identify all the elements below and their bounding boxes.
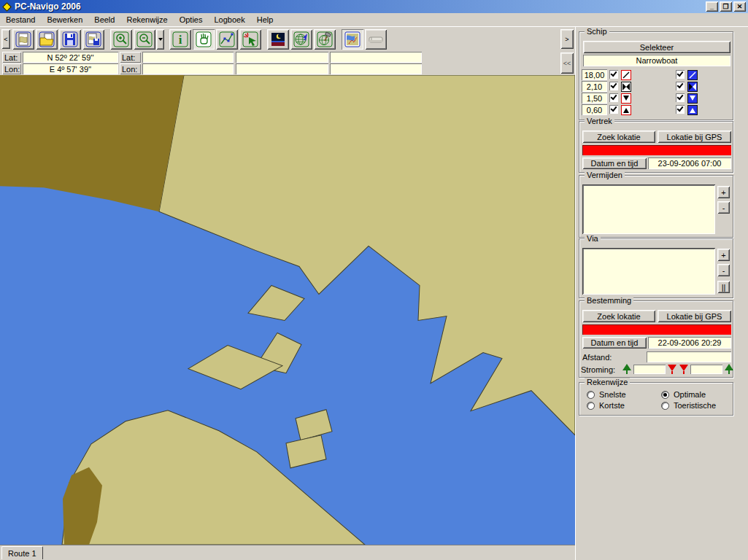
radio-optimale[interactable]	[661, 391, 669, 399]
route-panel: Schip Selekteer Narrowboat 18,00 2,10 1,…	[575, 27, 748, 560]
ship-draught-value[interactable]: 0,60	[582, 104, 607, 115]
overview-map-button[interactable]	[342, 29, 363, 50]
globe-pointer-button[interactable]	[290, 29, 312, 50]
bestemming-datetime-field[interactable]: 22-09-2006 20:29	[648, 337, 731, 349]
new-map-button[interactable]	[12, 29, 34, 50]
length-icon	[621, 70, 631, 80]
bestemming-location-field[interactable]	[582, 324, 731, 335]
open-file-button[interactable]	[36, 29, 58, 50]
bestemming-gps-button[interactable]: Lokatie bij GPS	[658, 310, 731, 322]
menu-beeld[interactable]: Beeld	[88, 14, 120, 26]
tab-route-1[interactable]: Route 1	[1, 546, 43, 559]
beam-icon-blue	[687, 82, 698, 92]
radio-kortste-label[interactable]: Kortste	[599, 401, 625, 411]
radio-optimale-label[interactable]: Optimale	[674, 390, 706, 400]
lon-field-4[interactable]	[330, 63, 422, 74]
globe-tools-button[interactable]	[314, 29, 336, 50]
stroming-field-2	[690, 365, 722, 374]
ship-clearance-checkbox-right[interactable]	[676, 93, 685, 102]
zoom-dropdown-button[interactable]	[156, 29, 164, 50]
vermijden-add-button[interactable]: +	[717, 186, 730, 198]
save-document-icon	[85, 31, 101, 47]
open-folder-icon	[39, 31, 55, 47]
close-button[interactable]: ✕	[733, 1, 746, 12]
minimize-button[interactable]: _	[706, 1, 718, 12]
ship-draught-checkbox-left[interactable]	[609, 105, 618, 114]
menu-opties[interactable]: Opties	[174, 14, 209, 26]
svg-text:i: i	[179, 33, 182, 47]
via-add-button[interactable]: +	[717, 249, 730, 261]
day-night-button[interactable]	[267, 29, 289, 50]
vermijden-remove-button[interactable]: -	[717, 201, 730, 214]
draught-up-icon	[621, 105, 631, 115]
toolbar-scroll-right-button[interactable]: >	[560, 29, 574, 49]
bestemming-zoek-lokatie-button[interactable]: Zoek lokatie	[582, 310, 655, 322]
stroming-field-1	[633, 365, 666, 374]
current-up-arrow-icon	[622, 363, 632, 375]
radio-toeristische-label[interactable]: Toeristische	[674, 401, 716, 411]
restore-button[interactable]: ❐	[720, 1, 732, 12]
via-reorder-button[interactable]: ||	[717, 281, 730, 293]
radio-toeristische[interactable]	[661, 402, 669, 410]
ship-name-field[interactable]: Narrowboat	[583, 55, 730, 66]
via-listbox[interactable]	[582, 248, 715, 295]
current-down-arrow-icon-2	[679, 363, 689, 375]
vertrek-location-field[interactable]	[582, 145, 731, 155]
lon-field-3[interactable]	[236, 63, 328, 74]
menu-bestand[interactable]: Bestand	[0, 14, 41, 26]
afstand-field	[647, 351, 731, 362]
ship-beam-checkbox-left[interactable]	[609, 82, 618, 90]
lon-field-2[interactable]	[142, 63, 234, 74]
select-point-button[interactable]	[239, 29, 261, 50]
toolbar-scroll-left-button[interactable]: <	[1, 29, 10, 49]
menu-help[interactable]: Help	[251, 14, 279, 26]
ship-length-checkbox-left[interactable]	[609, 70, 618, 79]
group-vermijden: Vermijden + -	[579, 175, 733, 238]
ship-beam-checkbox-right[interactable]	[676, 82, 685, 90]
vertrek-datum-button[interactable]: Datum en tijd	[582, 158, 647, 169]
lat-field-2[interactable]	[142, 52, 234, 63]
zoom-in-button[interactable]	[110, 29, 132, 50]
save-document-button[interactable]	[82, 29, 104, 50]
via-remove-button[interactable]: -	[717, 264, 730, 276]
info-button[interactable]: i	[169, 29, 191, 50]
radio-kortste[interactable]	[587, 402, 595, 410]
map-canvas[interactable]	[0, 75, 575, 545]
pan-hand-button[interactable]	[193, 29, 215, 50]
select-arrow-icon	[242, 31, 258, 47]
hand-icon	[196, 31, 212, 47]
ship-draught-checkbox-right[interactable]	[676, 105, 685, 114]
clearance-down-icon-blue	[687, 93, 698, 104]
menu-bewerken[interactable]: Bewerken	[41, 14, 88, 26]
radio-snelste-label[interactable]: Snelste	[599, 390, 626, 400]
menu-logboek[interactable]: Logboek	[208, 14, 250, 26]
ship-length-value[interactable]: 18,00	[582, 69, 607, 80]
select-ship-button[interactable]: Selekteer	[583, 41, 730, 53]
bestemming-datum-button[interactable]: Datum en tijd	[582, 337, 647, 349]
vertrek-datetime-field[interactable]: 23-09-2006 07:00	[648, 158, 731, 169]
vertrek-gps-button[interactable]: Lokatie bij GPS	[658, 131, 731, 143]
ship-beam-value[interactable]: 2,10	[582, 81, 607, 92]
vermijden-listbox[interactable]	[582, 184, 715, 234]
ship-clearance-value[interactable]: 1,50	[582, 93, 607, 104]
lat-field-3[interactable]	[236, 52, 328, 63]
menu-rekenwijze[interactable]: Rekenwijze	[120, 14, 173, 26]
legend-panel-icon	[368, 31, 384, 47]
title-bar: PC-Navigo 2006 _ ❐ ✕	[0, 0, 748, 13]
lat-field-4[interactable]	[330, 52, 422, 63]
ship-clearance-checkbox-left[interactable]	[609, 93, 618, 102]
measure-route-icon	[219, 31, 235, 47]
legend-panel-button[interactable]	[365, 29, 387, 50]
group-via-label: Via	[585, 234, 601, 243]
zoom-out-button[interactable]	[134, 29, 155, 50]
panel-collapse-button[interactable]: <<	[560, 52, 574, 74]
save-button[interactable]	[59, 29, 81, 50]
ship-length-checkbox-right[interactable]	[676, 70, 685, 79]
measure-route-button[interactable]	[216, 29, 238, 50]
afstand-label: Afstand:	[582, 352, 612, 362]
clearance-down-icon	[621, 93, 631, 104]
vertrek-zoek-lokatie-button[interactable]: Zoek lokatie	[582, 131, 655, 143]
lat-label: Lat:	[2, 52, 21, 63]
radio-snelste[interactable]	[587, 391, 595, 399]
group-vermijden-label: Vermijden	[585, 171, 625, 179]
